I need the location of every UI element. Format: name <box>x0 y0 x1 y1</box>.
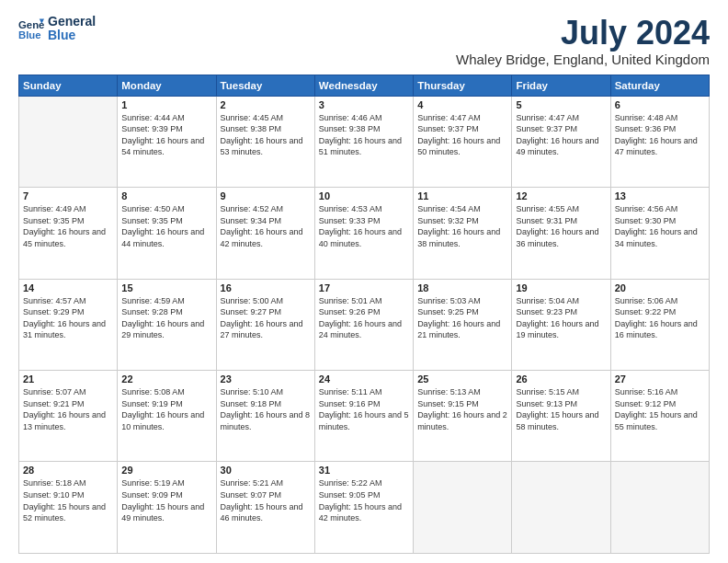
day-number: 26 <box>516 373 606 385</box>
day-info: Sunrise: 4:56 AMSunset: 9:30 PMDaylight:… <box>615 203 705 249</box>
day-number: 24 <box>319 373 409 385</box>
calendar-cell: 7Sunrise: 4:49 AMSunset: 9:35 PMDaylight… <box>19 188 118 279</box>
calendar-header-monday: Monday <box>118 75 216 96</box>
day-number: 9 <box>221 190 311 201</box>
calendar-cell: 22Sunrise: 5:08 AMSunset: 9:19 PMDayligh… <box>118 371 216 462</box>
calendar-cell: 30Sunrise: 5:21 AMSunset: 9:07 PMDayligh… <box>216 462 314 554</box>
calendar-cell: 23Sunrise: 5:10 AMSunset: 9:18 PMDayligh… <box>216 371 314 462</box>
calendar-cell: 6Sunrise: 4:48 AMSunset: 9:36 PMDaylight… <box>610 96 709 187</box>
day-number: 4 <box>417 99 507 110</box>
day-info: Sunrise: 4:45 AMSunset: 9:38 PMDaylight:… <box>221 112 311 158</box>
calendar-cell: 14Sunrise: 4:57 AMSunset: 9:29 PMDayligh… <box>19 279 118 370</box>
day-number: 25 <box>417 373 507 385</box>
title-block: July 2024 Whaley Bridge, England, United… <box>456 15 710 67</box>
calendar-cell <box>512 462 610 554</box>
calendar-cell: 8Sunrise: 4:50 AMSunset: 9:35 PMDaylight… <box>118 188 216 279</box>
day-number: 11 <box>417 190 507 201</box>
calendar-cell: 31Sunrise: 5:22 AMSunset: 9:05 PMDayligh… <box>314 462 413 554</box>
calendar-cell: 15Sunrise: 4:59 AMSunset: 9:28 PMDayligh… <box>118 279 216 370</box>
day-info: Sunrise: 4:54 AMSunset: 9:32 PMDaylight:… <box>417 203 507 249</box>
day-info: Sunrise: 4:47 AMSunset: 9:37 PMDaylight:… <box>417 112 507 158</box>
month-year: July 2024 <box>456 15 710 52</box>
day-number: 27 <box>615 373 705 385</box>
day-info: Sunrise: 4:49 AMSunset: 9:35 PMDaylight:… <box>23 203 113 249</box>
calendar-header-saturday: Saturday <box>610 75 709 96</box>
day-number: 19 <box>516 282 606 293</box>
calendar-cell: 5Sunrise: 4:47 AMSunset: 9:37 PMDaylight… <box>512 96 610 187</box>
calendar-cell: 4Sunrise: 4:47 AMSunset: 9:37 PMDaylight… <box>414 96 512 187</box>
calendar-cell: 27Sunrise: 5:16 AMSunset: 9:12 PMDayligh… <box>610 371 709 462</box>
day-info: Sunrise: 4:53 AMSunset: 9:33 PMDaylight:… <box>319 203 409 249</box>
header: General Blue General Blue July 2024 Whal… <box>18 15 710 67</box>
calendar-cell: 16Sunrise: 5:00 AMSunset: 9:27 PMDayligh… <box>216 279 314 370</box>
day-info: Sunrise: 5:03 AMSunset: 9:25 PMDaylight:… <box>417 295 507 341</box>
day-number: 28 <box>23 465 113 476</box>
day-number: 12 <box>516 190 606 201</box>
day-number: 6 <box>615 99 705 110</box>
calendar-header-tuesday: Tuesday <box>216 75 314 96</box>
logo-text-line2: Blue <box>48 29 96 42</box>
calendar-cell: 11Sunrise: 4:54 AMSunset: 9:32 PMDayligh… <box>414 188 512 279</box>
calendar-cell: 13Sunrise: 4:56 AMSunset: 9:30 PMDayligh… <box>610 188 709 279</box>
calendar-cell <box>19 96 118 187</box>
calendar-week-2: 7Sunrise: 4:49 AMSunset: 9:35 PMDaylight… <box>19 188 710 279</box>
day-info: Sunrise: 5:04 AMSunset: 9:23 PMDaylight:… <box>516 295 606 341</box>
day-info: Sunrise: 4:57 AMSunset: 9:29 PMDaylight:… <box>23 295 113 341</box>
calendar-cell <box>610 462 709 554</box>
calendar-cell <box>414 462 512 554</box>
day-number: 5 <box>516 99 606 110</box>
day-info: Sunrise: 5:19 AMSunset: 9:09 PMDaylight:… <box>121 477 211 523</box>
day-info: Sunrise: 5:21 AMSunset: 9:07 PMDaylight:… <box>221 477 311 523</box>
calendar-header-friday: Friday <box>512 75 610 96</box>
day-number: 2 <box>221 99 311 110</box>
calendar-header-row: SundayMondayTuesdayWednesdayThursdayFrid… <box>19 75 710 96</box>
location: Whaley Bridge, England, United Kingdom <box>456 52 710 67</box>
calendar-cell: 3Sunrise: 4:46 AMSunset: 9:38 PMDaylight… <box>314 96 413 187</box>
calendar-cell: 12Sunrise: 4:55 AMSunset: 9:31 PMDayligh… <box>512 188 610 279</box>
calendar-header-wednesday: Wednesday <box>314 75 413 96</box>
calendar-cell: 20Sunrise: 5:06 AMSunset: 9:22 PMDayligh… <box>610 279 709 370</box>
day-info: Sunrise: 4:59 AMSunset: 9:28 PMDaylight:… <box>121 295 211 341</box>
day-number: 3 <box>319 99 409 110</box>
calendar-cell: 10Sunrise: 4:53 AMSunset: 9:33 PMDayligh… <box>314 188 413 279</box>
calendar-cell: 17Sunrise: 5:01 AMSunset: 9:26 PMDayligh… <box>314 279 413 370</box>
calendar-cell: 9Sunrise: 4:52 AMSunset: 9:34 PMDaylight… <box>216 188 314 279</box>
day-info: Sunrise: 4:47 AMSunset: 9:37 PMDaylight:… <box>516 112 606 158</box>
day-info: Sunrise: 4:52 AMSunset: 9:34 PMDaylight:… <box>221 203 311 249</box>
day-number: 23 <box>221 373 311 385</box>
day-number: 21 <box>23 373 113 385</box>
calendar-cell: 26Sunrise: 5:15 AMSunset: 9:13 PMDayligh… <box>512 371 610 462</box>
calendar-week-3: 14Sunrise: 4:57 AMSunset: 9:29 PMDayligh… <box>19 279 710 370</box>
calendar-table: SundayMondayTuesdayWednesdayThursdayFrid… <box>18 75 710 554</box>
calendar-cell: 24Sunrise: 5:11 AMSunset: 9:16 PMDayligh… <box>314 371 413 462</box>
day-number: 14 <box>23 282 113 293</box>
day-number: 16 <box>221 282 311 293</box>
logo-icon: General Blue <box>18 16 44 41</box>
day-number: 22 <box>121 373 211 385</box>
day-number: 15 <box>121 282 211 293</box>
day-info: Sunrise: 5:16 AMSunset: 9:12 PMDaylight:… <box>615 386 705 432</box>
svg-text:Blue: Blue <box>18 29 41 40</box>
day-number: 20 <box>615 282 705 293</box>
day-number: 29 <box>121 465 211 476</box>
day-info: Sunrise: 5:15 AMSunset: 9:13 PMDaylight:… <box>516 386 606 432</box>
calendar-header-thursday: Thursday <box>414 75 512 96</box>
day-number: 1 <box>121 99 211 110</box>
day-info: Sunrise: 4:50 AMSunset: 9:35 PMDaylight:… <box>121 203 211 249</box>
calendar-cell: 2Sunrise: 4:45 AMSunset: 9:38 PMDaylight… <box>216 96 314 187</box>
day-info: Sunrise: 4:55 AMSunset: 9:31 PMDaylight:… <box>516 203 606 249</box>
day-info: Sunrise: 5:13 AMSunset: 9:15 PMDaylight:… <box>417 386 507 432</box>
calendar-week-1: 1Sunrise: 4:44 AMSunset: 9:39 PMDaylight… <box>19 96 710 187</box>
calendar-week-4: 21Sunrise: 5:07 AMSunset: 9:21 PMDayligh… <box>19 371 710 462</box>
logo-text-line1: General <box>48 15 96 29</box>
day-number: 10 <box>319 190 409 201</box>
calendar-cell: 29Sunrise: 5:19 AMSunset: 9:09 PMDayligh… <box>118 462 216 554</box>
day-info: Sunrise: 5:18 AMSunset: 9:10 PMDaylight:… <box>23 477 113 523</box>
day-info: Sunrise: 4:46 AMSunset: 9:38 PMDaylight:… <box>319 112 409 158</box>
day-info: Sunrise: 5:01 AMSunset: 9:26 PMDaylight:… <box>319 295 409 341</box>
day-info: Sunrise: 5:10 AMSunset: 9:18 PMDaylight:… <box>221 386 311 432</box>
day-info: Sunrise: 5:07 AMSunset: 9:21 PMDaylight:… <box>23 386 113 432</box>
logo: General Blue General Blue <box>18 15 96 43</box>
calendar-page: General Blue General Blue July 2024 Whal… <box>0 0 728 563</box>
day-info: Sunrise: 5:11 AMSunset: 9:16 PMDaylight:… <box>319 386 409 432</box>
